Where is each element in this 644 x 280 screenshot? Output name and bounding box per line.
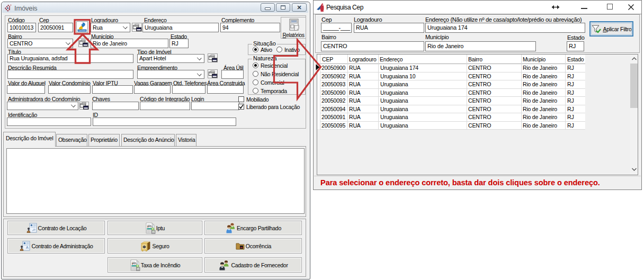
svg-text:IPTU: IPTU [132,261,138,265]
svg-text:Correios: Correios [78,30,86,32]
svg-text:IPTU: IPTU [147,224,153,228]
svg-text:A: A [26,246,29,249]
